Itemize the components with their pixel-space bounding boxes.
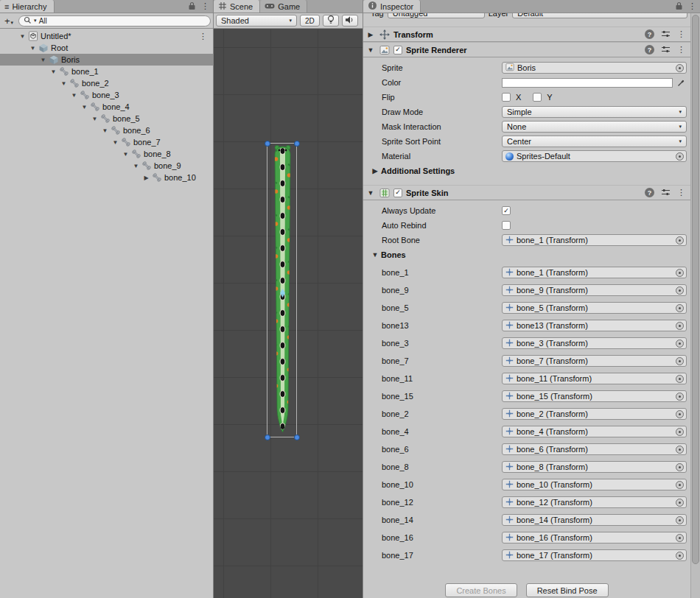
hierarchy-row[interactable]: ▼ Root: [0, 42, 213, 54]
sprite-skin-component-header[interactable]: ▼ ✓ Sprite Skin ? ⋮: [363, 185, 690, 200]
object-picker-icon[interactable]: [676, 286, 684, 295]
bone-object-field[interactable]: bone13 (Transform): [502, 320, 687, 331]
tab-game[interactable]: Game: [260, 0, 307, 13]
selection-handle-top-right[interactable]: [294, 141, 300, 147]
object-picker-icon[interactable]: [676, 410, 684, 418]
object-picker-icon[interactable]: [676, 499, 684, 507]
foldout-arrow-icon[interactable]: ▼: [49, 68, 58, 75]
hierarchy-row[interactable]: ▼ Boris: [0, 54, 213, 66]
foldout-arrow-icon[interactable]: ▼: [111, 139, 120, 146]
hierarchy-row[interactable]: ▼ bone_6: [0, 124, 213, 136]
eyedropper-icon[interactable]: [676, 78, 687, 87]
always-update-checkbox[interactable]: ✓: [502, 206, 511, 215]
object-picker-icon[interactable]: [676, 552, 684, 560]
object-picker-icon[interactable]: [676, 516, 684, 524]
bones-foldout[interactable]: ▼ Bones: [363, 247, 690, 262]
foldout-arrow-icon[interactable]: ▼: [38, 57, 48, 63]
help-icon[interactable]: ?: [645, 188, 654, 197]
object-picker-icon[interactable]: [676, 322, 684, 330]
hierarchy-row[interactable]: ▼ bone_5: [0, 113, 213, 124]
hierarchy-row[interactable]: ▼ Untitled* ⋮: [0, 30, 213, 42]
object-picker-icon[interactable]: [676, 428, 684, 436]
bone-object-field[interactable]: bone_1 (Transform): [502, 267, 687, 278]
scrollbar-thumb[interactable]: [692, 15, 699, 564]
draw-mode-dropdown[interactable]: Simple ▾: [502, 106, 687, 118]
flip-y-checkbox[interactable]: [533, 93, 542, 102]
object-picker-icon[interactable]: [676, 481, 684, 489]
auto-rebind-checkbox[interactable]: [502, 221, 511, 230]
object-picker-icon[interactable]: [676, 236, 684, 245]
lock-icon[interactable]: [675, 1, 683, 12]
bone-object-field[interactable]: bone_5 (Transform): [502, 302, 687, 314]
foldout-arrow-icon[interactable]: ▼: [28, 45, 38, 52]
bone-object-field[interactable]: bone_12 (Transform): [502, 496, 687, 508]
bone-object-field[interactable]: bone_15 (Transform): [502, 390, 687, 402]
foldout-arrow-icon[interactable]: ▶: [366, 31, 375, 38]
presets-icon[interactable]: [661, 188, 671, 198]
sprite-renderer-enabled-checkbox[interactable]: ✓: [393, 46, 402, 54]
sprite-skin-enabled-checkbox[interactable]: ✓: [393, 189, 402, 197]
bone-object-field[interactable]: bone_8 (Transform): [502, 461, 687, 473]
sprite-renderer-component-header[interactable]: ▼ ✓ Sprite Renderer ? ⋮: [363, 42, 690, 57]
selection-handle-bottom-right[interactable]: [294, 435, 300, 440]
kebab-menu-icon[interactable]: ⋮: [677, 189, 685, 197]
reset-bind-pose-button[interactable]: Reset Bind Pose: [526, 583, 609, 597]
hierarchy-row[interactable]: ▼ bone_2: [0, 77, 213, 89]
hierarchy-row[interactable]: ▼ bone_8: [0, 148, 213, 160]
selection-handle-bottom-left[interactable]: [265, 435, 270, 440]
bone-object-field[interactable]: bone_2 (Transform): [502, 408, 687, 420]
object-picker-icon[interactable]: [676, 304, 684, 312]
scene-viewport[interactable]: [214, 29, 363, 598]
tab-inspector[interactable]: Inspector: [363, 0, 421, 13]
bone-object-field[interactable]: bone_6 (Transform): [502, 443, 687, 455]
object-picker-icon[interactable]: [676, 269, 684, 277]
lighting-toggle-button[interactable]: [323, 15, 339, 27]
foldout-arrow-icon[interactable]: ▶: [141, 175, 151, 181]
hierarchy-row[interactable]: ▼ bone_4: [0, 101, 213, 113]
hierarchy-row[interactable]: ▼ bone_7: [0, 136, 213, 148]
kebab-menu-icon[interactable]: ⋮: [199, 32, 213, 41]
foldout-arrow-icon[interactable]: ▼: [121, 151, 130, 158]
presets-icon[interactable]: [661, 45, 671, 55]
foldout-arrow-icon[interactable]: ▼: [59, 80, 69, 87]
object-picker-icon[interactable]: [676, 64, 684, 72]
foldout-arrow-icon[interactable]: ▼: [90, 116, 99, 122]
foldout-arrow-icon[interactable]: ▼: [131, 163, 141, 169]
tab-hierarchy[interactable]: ≡ Hierarchy: [0, 0, 55, 13]
color-swatch[interactable]: [502, 78, 673, 88]
shading-mode-dropdown[interactable]: Shaded ▾: [216, 15, 297, 27]
create-object-button[interactable]: + ▾: [2, 15, 15, 27]
hierarchy-search-input[interactable]: ▾ All: [18, 15, 211, 27]
2d-toggle-button[interactable]: 2D: [300, 15, 320, 27]
bone-object-field[interactable]: bone_17 (Transform): [502, 549, 687, 561]
hierarchy-row[interactable]: ▼ bone_3: [0, 89, 213, 101]
foldout-arrow-icon[interactable]: ▼: [366, 189, 375, 197]
tag-dropdown[interactable]: Untagged: [388, 13, 485, 18]
bone-object-field[interactable]: bone_14 (Transform): [502, 514, 687, 526]
sort-point-dropdown[interactable]: Center ▾: [502, 136, 687, 147]
flip-x-checkbox[interactable]: [502, 93, 511, 102]
object-picker-icon[interactable]: [676, 375, 684, 383]
help-icon[interactable]: ?: [645, 29, 654, 39]
bone-object-field[interactable]: bone_3 (Transform): [502, 337, 687, 349]
bone-object-field[interactable]: bone_4 (Transform): [502, 426, 687, 437]
lock-icon[interactable]: [188, 1, 196, 12]
object-picker-icon[interactable]: [676, 152, 684, 161]
bone-object-field[interactable]: bone_7 (Transform): [502, 355, 687, 367]
material-object-field[interactable]: Sprites-Default: [502, 150, 687, 162]
root-bone-object-field[interactable]: bone_1 (Transform): [502, 234, 687, 246]
object-picker-icon[interactable]: [676, 340, 684, 348]
kebab-menu-icon[interactable]: ⋮: [201, 2, 209, 10]
selection-handle-top-left[interactable]: [265, 141, 270, 147]
boris-sprite[interactable]: [267, 144, 298, 437]
bone-object-field[interactable]: bone_16 (Transform): [502, 532, 687, 544]
hierarchy-row[interactable]: ▶ bone_10: [0, 172, 213, 183]
object-picker-icon[interactable]: [676, 534, 684, 542]
object-picker-icon[interactable]: [676, 357, 684, 365]
bone-object-field[interactable]: bone_9 (Transform): [502, 284, 687, 296]
kebab-menu-icon[interactable]: ⋮: [677, 46, 685, 54]
foldout-arrow-icon[interactable]: ▼: [366, 46, 375, 54]
hierarchy-row[interactable]: ▼ bone_1: [0, 66, 213, 77]
inspector-scrollbar[interactable]: [690, 13, 700, 598]
foldout-arrow-icon[interactable]: ▼: [69, 92, 79, 99]
